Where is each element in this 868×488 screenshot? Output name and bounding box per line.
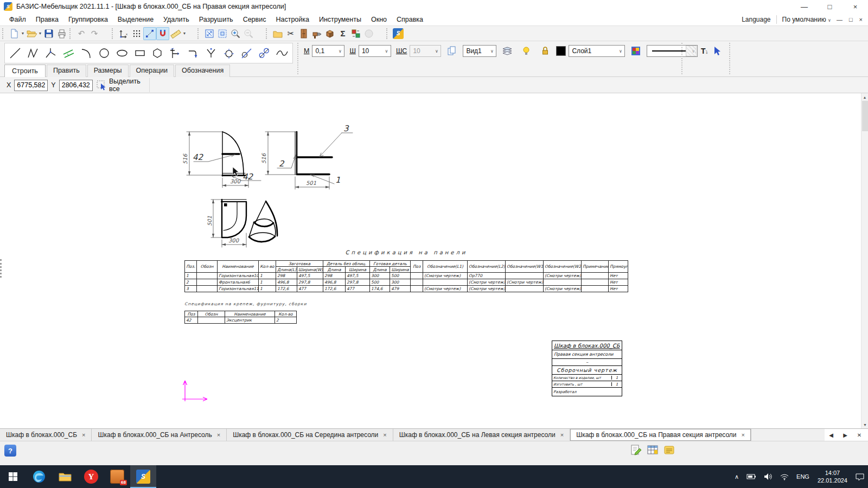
- arc-tool-icon[interactable]: [78, 45, 94, 61]
- x-input[interactable]: [14, 80, 48, 91]
- menu-item[interactable]: Окно: [366, 14, 392, 25]
- tab-close-icon[interactable]: ×: [742, 432, 745, 438]
- start-button[interactable]: [0, 465, 26, 488]
- minimize-button[interactable]: —: [792, 0, 817, 13]
- tab-close-icon[interactable]: ×: [560, 432, 564, 438]
- ellipse-tool-icon[interactable]: [114, 45, 130, 61]
- cut-panel-button[interactable]: ✂: [284, 27, 297, 40]
- child-minimize-button[interactable]: —: [837, 16, 843, 23]
- canvas-grip[interactable]: [0, 259, 3, 278]
- line-tool-icon[interactable]: [7, 45, 23, 61]
- toolbar-grip[interactable]: [112, 28, 115, 39]
- fork-lines-tool-icon[interactable]: [203, 45, 219, 61]
- tool-tab-Обозначения[interactable]: Обозначения: [175, 65, 230, 78]
- view-dropdown[interactable]: Вид1∨: [463, 45, 496, 57]
- scheme-dropdown[interactable]: По умолчанию ∨: [782, 16, 831, 23]
- help-icon[interactable]: ?: [4, 445, 16, 457]
- render-sphere-button[interactable]: [362, 27, 375, 40]
- tangent-circles-tool-icon[interactable]: [256, 45, 272, 61]
- save-button[interactable]: [42, 27, 55, 40]
- undo-button[interactable]: ↶: [75, 27, 88, 40]
- material-colors-button[interactable]: [349, 27, 362, 40]
- parallel-lines-tool-icon[interactable]: [60, 45, 76, 61]
- spline-tool-icon[interactable]: [274, 45, 290, 61]
- fit-selection-button[interactable]: [216, 27, 229, 40]
- menu-item[interactable]: Группировка: [63, 14, 113, 25]
- select-cursor-icon[interactable]: [712, 46, 723, 56]
- menu-item[interactable]: Справка: [392, 14, 428, 25]
- menu-item[interactable]: Сервис: [238, 14, 271, 25]
- y-input[interactable]: [59, 80, 93, 91]
- open-button[interactable]: [25, 27, 38, 40]
- tab-close-icon[interactable]: ×: [217, 432, 220, 438]
- menu-item[interactable]: Выделение: [113, 14, 158, 25]
- select-all-label[interactable]: Выделить все: [109, 78, 149, 93]
- vertical-scrollbar[interactable]: ▲ ▼: [861, 93, 868, 428]
- toolbar-grip[interactable]: [266, 28, 269, 39]
- tray-clock[interactable]: 14:07 22.01.2024: [813, 469, 852, 485]
- wifi-icon[interactable]: [776, 465, 793, 488]
- scroll-thumb[interactable]: [862, 101, 868, 131]
- open-dropdown-icon[interactable]: ▼: [38, 31, 42, 35]
- toolbar-grip[interactable]: [2, 28, 5, 39]
- menu-item[interactable]: Файл: [4, 14, 31, 25]
- maximize-button[interactable]: □: [817, 0, 843, 13]
- edge-browser-icon[interactable]: [26, 465, 52, 488]
- print-button[interactable]: [55, 27, 68, 40]
- document-tab[interactable]: Шкаф в блоках.000_СБ на Антресоль×: [92, 429, 227, 441]
- ruler-dropdown-icon[interactable]: ▼: [182, 31, 187, 35]
- circle-axes-tool-icon[interactable]: [221, 45, 237, 61]
- tangent-line-tool-icon[interactable]: [239, 45, 255, 61]
- corner-arc-tool-icon[interactable]: [185, 45, 201, 61]
- orange-app-icon[interactable]: 68: [104, 465, 130, 488]
- circle-tool-icon[interactable]: [96, 45, 112, 61]
- menu-item[interactable]: Инструменты: [314, 14, 366, 25]
- action-center-icon[interactable]: [852, 465, 868, 488]
- bazis-panel-button[interactable]: S: [392, 27, 405, 40]
- toolbar-grip[interactable]: [386, 28, 390, 39]
- perpendicular-tool-icon[interactable]: [167, 45, 183, 61]
- new-document-button[interactable]: [8, 27, 21, 40]
- menu-item[interactable]: Настройка: [271, 14, 314, 25]
- layer-color-swatch[interactable]: [556, 46, 566, 56]
- palette-icon[interactable]: [628, 43, 644, 59]
- cabinet-button[interactable]: [297, 27, 310, 40]
- assembly-box-button[interactable]: [323, 27, 336, 40]
- drill-button[interactable]: [310, 27, 323, 40]
- magnet-snap-button[interactable]: [156, 27, 169, 40]
- speaker-icon[interactable]: [760, 465, 776, 488]
- polygon-tool-icon[interactable]: [150, 45, 166, 61]
- tool-tab-Размеры[interactable]: Размеры: [87, 65, 129, 78]
- battery-icon[interactable]: [743, 465, 760, 488]
- file-explorer-icon[interactable]: [52, 465, 78, 488]
- yandex-browser-icon[interactable]: Y: [78, 465, 104, 488]
- bazis-taskbar-icon[interactable]: S: [130, 465, 156, 488]
- rectangle-tool-icon[interactable]: [132, 45, 148, 61]
- sum-button[interactable]: Σ: [336, 27, 349, 40]
- text-cursor-icon[interactable]: T⤵: [701, 47, 708, 55]
- snap-to-node-button[interactable]: [143, 27, 156, 40]
- language-indicator[interactable]: ENG: [793, 465, 813, 488]
- tabs-scroll-right-button[interactable]: ▶: [839, 429, 852, 440]
- document-tab[interactable]: Шкаф в блоках.000_СБ×: [0, 429, 92, 441]
- views-folder-button[interactable]: [271, 27, 284, 40]
- ruler-button[interactable]: [169, 27, 182, 40]
- tabs-close-button[interactable]: ✕: [853, 429, 866, 440]
- document-tab[interactable]: Шкаф в блоках.000_СБ на Правая секция ан…: [570, 429, 751, 441]
- menu-item[interactable]: Разрушить: [194, 14, 238, 25]
- child-close-button[interactable]: ×: [859, 16, 863, 23]
- menu-item[interactable]: Правка: [31, 14, 63, 25]
- tool-tab-Строить[interactable]: Строить: [4, 65, 46, 78]
- toolbar-grip[interactable]: [69, 28, 73, 39]
- copy-properties-icon[interactable]: [444, 43, 460, 59]
- zoom-in-button[interactable]: [229, 27, 242, 40]
- tool-tab-Операции[interactable]: Операции: [130, 65, 174, 78]
- child-restore-button[interactable]: □: [849, 16, 853, 23]
- polyline-tool-icon[interactable]: [25, 45, 41, 61]
- table-grid-icon[interactable]: [646, 444, 659, 457]
- menu-item[interactable]: Удалить: [158, 14, 194, 25]
- toolbar-grip[interactable]: [197, 28, 201, 39]
- notes-icon[interactable]: [663, 444, 676, 457]
- scale-dropdown[interactable]: 0,1∨: [312, 45, 344, 57]
- fit-to-window-button[interactable]: [203, 27, 216, 40]
